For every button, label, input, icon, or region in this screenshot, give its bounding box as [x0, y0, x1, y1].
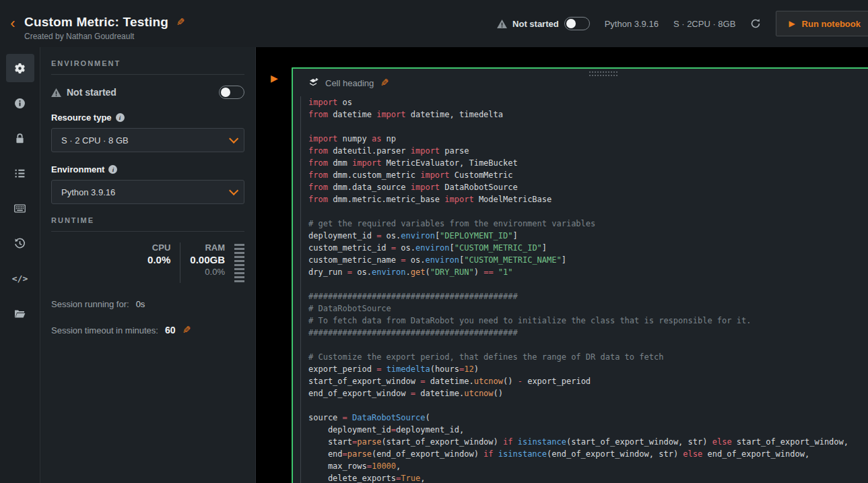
- sidebar-icon-rail: </>: [0, 47, 40, 483]
- toggle-knob: [566, 19, 576, 28]
- environment-select[interactable]: Python 3.9.16: [51, 180, 244, 204]
- session-toggle[interactable]: [219, 86, 244, 99]
- warning-icon: [51, 88, 61, 97]
- session-toggle[interactable]: [564, 17, 590, 30]
- sidebar-item-secrets[interactable]: [6, 124, 34, 152]
- sidebar-item-files[interactable]: [6, 299, 34, 327]
- resource-value: S · 2CPU · 8GB: [673, 19, 735, 29]
- cpu-meter: CPU 0.0%: [147, 243, 170, 265]
- refresh-icon[interactable]: [750, 18, 761, 29]
- list-icon: [14, 168, 26, 179]
- run-notebook-button[interactable]: ▶ Run notebook: [776, 11, 868, 36]
- sidebar-item-code-snippets[interactable]: </>: [6, 264, 34, 292]
- sidebar-item-shortcuts[interactable]: [6, 194, 34, 222]
- cell-heading-icon: [308, 77, 319, 88]
- back-icon[interactable]: ‹: [7, 16, 19, 31]
- chevron-down-icon: [229, 186, 238, 195]
- session-running-value: 0s: [136, 299, 145, 309]
- info-icon: [14, 98, 26, 109]
- play-icon: ▶: [789, 19, 795, 28]
- divider: [180, 243, 180, 283]
- ram-value: 0.00GB: [190, 254, 225, 265]
- code-editor[interactable]: import osfrom datetime import datetime, …: [308, 96, 868, 483]
- edit-title-icon[interactable]: ✎: [176, 16, 185, 28]
- divider: [51, 74, 244, 75]
- environment-heading: ENVIRONMENT: [51, 59, 244, 67]
- runtime-meters: CPU 0.0% RAM 0.00GB 0.0%: [51, 243, 244, 283]
- session-timeout-value: 60: [165, 325, 176, 335]
- resource-type-select[interactable]: S · 2 CPU · 8 GB: [51, 128, 244, 152]
- edit-timeout-icon[interactable]: ✎: [182, 324, 191, 336]
- toggle-knob: [221, 88, 230, 97]
- resource-type-label: Resource type: [51, 112, 112, 123]
- ram-usage-bar: [234, 244, 244, 283]
- cell-drag-handle[interactable]: [589, 71, 619, 76]
- sidebar-item-settings[interactable]: [6, 54, 34, 82]
- sidebar-item-info[interactable]: [6, 89, 34, 117]
- gear-icon: [14, 63, 26, 74]
- folder-icon: [14, 308, 26, 319]
- session-timeout-label: Session timeout in minutes:: [51, 325, 158, 335]
- divider: [51, 231, 244, 232]
- status-badge: Not started: [67, 87, 116, 98]
- environment-label: Environment: [51, 164, 104, 174]
- notebook-canvas: ▶ Cell heading ✎ import osfrom datetime …: [256, 47, 868, 483]
- sidebar-item-history[interactable]: [6, 229, 34, 257]
- sidebar-item-outline[interactable]: [6, 159, 34, 187]
- environment-value: Python 3.9.16: [605, 19, 659, 29]
- runtime-heading: RUNTIME: [51, 216, 244, 224]
- run-cell-button[interactable]: ▶: [271, 73, 278, 84]
- cpu-value: 0.0%: [147, 254, 170, 265]
- cell-heading-text: Cell heading: [325, 78, 374, 88]
- ram-meter-values: RAM 0.00GB 0.0%: [190, 243, 225, 277]
- code-icon: </>: [12, 273, 28, 284]
- info-icon[interactable]: i: [108, 165, 117, 174]
- notebook-cell[interactable]: Cell heading ✎ import osfrom datetime im…: [292, 67, 868, 483]
- lock-icon: [14, 133, 26, 144]
- chevron-down-icon: [229, 134, 238, 143]
- history-icon: [14, 238, 26, 249]
- keyboard-icon: [14, 203, 26, 214]
- ram-percent: 0.0%: [190, 267, 225, 277]
- created-by-text: Created by Nathan Goudreault: [24, 32, 185, 41]
- edit-cell-heading-icon[interactable]: ✎: [380, 77, 389, 89]
- environment-panel: ENVIRONMENT Not started Resource type i …: [40, 47, 256, 483]
- session-running-label: Session running for:: [51, 299, 129, 309]
- page-title: Custom Metric: Testing: [24, 15, 168, 30]
- status-badge: Not started: [512, 19, 559, 29]
- info-icon[interactable]: i: [116, 113, 125, 122]
- warning-icon: [497, 20, 507, 28]
- top-header: ‹ Custom Metric: Testing ✎ Created by Na…: [0, 0, 868, 47]
